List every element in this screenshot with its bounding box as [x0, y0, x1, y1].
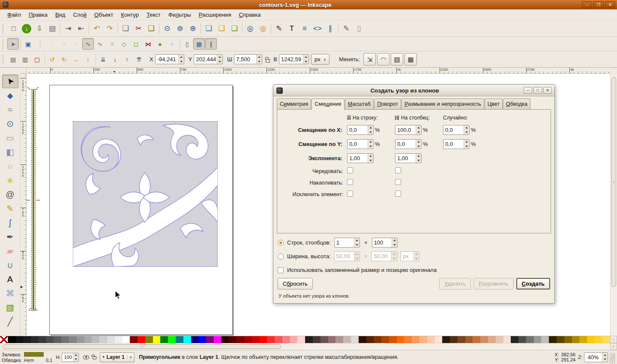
lock-width-height-icon[interactable]: [266, 59, 270, 63]
vertical-ruler[interactable]: ▶ 150012501000750500250: [21, 74, 27, 336]
color-swatch[interactable]: [397, 336, 404, 343]
rotate-cw-icon[interactable]: ↻: [58, 54, 70, 65]
paint-bucket-tool[interactable]: ∪: [2, 258, 18, 272]
color-swatch[interactable]: [435, 336, 443, 343]
color-swatch[interactable]: [465, 336, 473, 343]
color-swatch[interactable]: [450, 336, 458, 343]
layer-lock-icon[interactable]: [93, 356, 96, 359]
color-swatch[interactable]: [61, 336, 69, 343]
color-swatch[interactable]: [534, 336, 542, 343]
color-swatch[interactable]: [290, 336, 298, 343]
tab-цвет[interactable]: Цвет: [485, 98, 503, 109]
color-swatch[interactable]: [54, 336, 61, 343]
color-swatch[interactable]: [222, 336, 229, 343]
tile-width-input[interactable]: 50,00: [334, 251, 360, 261]
color-swatch[interactable]: [328, 336, 336, 343]
minimize-button[interactable]: ‒: [582, 1, 592, 8]
menu-file[interactable]: Файл: [3, 10, 25, 20]
menu-object[interactable]: Объект: [90, 10, 117, 20]
unlink-clone-icon[interactable]: ❏: [228, 22, 241, 35]
print-document-icon[interactable]: ▤: [46, 22, 59, 35]
reset-button[interactable]: Сбросить: [278, 278, 313, 289]
layer-dropdown[interactable]: • Layer 1 ∨: [100, 352, 135, 362]
color-swatch[interactable]: [359, 336, 366, 343]
cumulate-per-row-checkbox[interactable]: [347, 179, 353, 185]
color-swatch[interactable]: [320, 336, 328, 343]
color-swatch[interactable]: [374, 336, 381, 343]
color-swatch[interactable]: [503, 336, 511, 343]
toolbar-grip[interactable]: [3, 55, 6, 64]
menu-layer[interactable]: Слой: [69, 10, 90, 20]
color-swatch[interactable]: [526, 336, 534, 343]
scale-stroke-toggle[interactable]: ⇲: [363, 53, 376, 66]
zoom-input[interactable]: 40%: [584, 352, 608, 362]
text-tool[interactable]: A: [2, 272, 18, 286]
edit-find-replace-icon[interactable]: ◎: [257, 22, 270, 35]
copy-icon[interactable]: ❏: [119, 22, 132, 35]
create-button[interactable]: Создать: [516, 278, 550, 289]
unclump-button[interactable]: Разровнять: [473, 278, 514, 289]
document-properties-icon[interactable]: ▯: [353, 22, 365, 35]
swatch-none[interactable]: [0, 336, 8, 343]
color-swatch[interactable]: [46, 336, 54, 343]
color-swatch[interactable]: [237, 336, 244, 343]
y-input[interactable]: 202,444: [194, 54, 223, 64]
color-swatch[interactable]: [176, 336, 183, 343]
snap-bbox-edges-icon[interactable]: ┆: [34, 38, 46, 50]
gradient-tool[interactable]: ▧: [2, 301, 18, 314]
open-document-icon[interactable]: ↓: [20, 22, 33, 35]
color-swatch[interactable]: [381, 336, 389, 343]
zoom-tool[interactable]: ⊙: [2, 117, 18, 131]
layer-visibility-icon[interactable]: [83, 355, 89, 359]
color-swatch[interactable]: [518, 336, 526, 343]
width-height-radio[interactable]: [278, 254, 284, 260]
shift-x-per-column-input[interactable]: 100,0: [395, 125, 422, 135]
color-swatch[interactable]: [541, 336, 549, 343]
color-swatch[interactable]: [305, 336, 313, 343]
color-swatch[interactable]: [23, 336, 31, 343]
vertical-scrollbar-thumb[interactable]: [611, 77, 616, 287]
stroke-width-value[interactable]: 0,1: [46, 358, 52, 363]
raise-to-top-icon[interactable]: ⇈: [133, 54, 145, 65]
color-swatch[interactable]: [313, 336, 320, 343]
exponent-per-column-input[interactable]: 1,00: [395, 153, 422, 163]
shift-x-random-input[interactable]: 0,0: [443, 125, 470, 135]
color-swatch[interactable]: [214, 336, 222, 343]
menu-text[interactable]: Текст: [143, 10, 165, 20]
snap-to-paths-icon[interactable]: ∿: [94, 38, 106, 50]
color-swatch[interactable]: [39, 336, 46, 343]
snap-line-midpoints-icon[interactable]: ⋈: [142, 38, 154, 50]
color-swatch[interactable]: [252, 336, 260, 343]
tab-размываниеин[interactable]: Размывание и непрозрачность: [401, 98, 484, 109]
toolbar-grip[interactable]: [3, 24, 6, 33]
shift-y-per-row-input[interactable]: 0,0: [347, 139, 374, 149]
paste-icon[interactable]: ❑: [145, 22, 158, 35]
rotate-ccw-icon[interactable]: ↺: [46, 54, 58, 65]
color-swatch[interactable]: [412, 336, 419, 343]
close-button[interactable]: ✕: [605, 1, 615, 8]
tab-поворот[interactable]: Поворот: [374, 98, 401, 109]
deselect-icon[interactable]: ▢: [31, 54, 43, 65]
menu-help[interactable]: Справка: [235, 10, 264, 20]
fill-color-swatch[interactable]: [24, 352, 44, 357]
color-swatch[interactable]: [191, 336, 199, 343]
scale-corners-toggle[interactable]: ◠: [377, 53, 389, 66]
snap-bbox-centers-icon[interactable]: ◦: [70, 38, 82, 50]
import-image-icon[interactable]: ⇥: [62, 22, 75, 35]
color-swatch[interactable]: [389, 336, 397, 343]
color-swatch[interactable]: [564, 336, 572, 343]
snap-cusp-nodes-icon[interactable]: ◇: [118, 38, 130, 50]
shift-x-per-row-input[interactable]: 0,0: [347, 125, 374, 135]
columns-input[interactable]: 100: [372, 238, 398, 248]
color-swatch[interactable]: [244, 336, 252, 343]
color-swatch[interactable]: [130, 336, 138, 343]
dialog-maximize-button[interactable]: □: [533, 87, 542, 94]
undo-icon[interactable]: ↶: [90, 22, 103, 35]
scale-handle-w[interactable]: ↔: [27, 197, 31, 202]
snap-page-border-icon[interactable]: ▯: [181, 38, 193, 50]
color-swatch[interactable]: [442, 336, 450, 343]
menu-view[interactable]: Вид: [51, 10, 69, 20]
color-swatch[interactable]: [427, 336, 435, 343]
tab-симметрия[interactable]: Симметрия: [277, 98, 311, 109]
rows-input[interactable]: 1: [334, 238, 360, 248]
